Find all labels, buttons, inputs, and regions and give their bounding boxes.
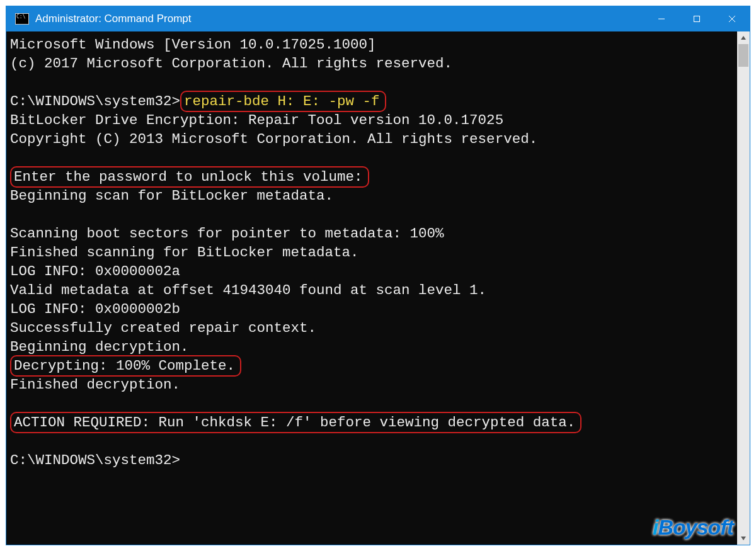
output-line: Finished scanning for BitLocker metadata… [10,244,359,261]
svg-rect-1 [694,16,700,22]
highlighted-decrypting: Decrypting: 100% Complete. [10,355,241,377]
output-line: Beginning scan for BitLocker metadata. [10,188,333,204]
output-line: Finished decryption. [10,377,180,393]
highlighted-command: repair-bde H: E: -pw -f [180,91,386,112]
output-line: Valid metadata at offset 41943040 found … [10,282,486,298]
output-line: (c) 2017 Microsoft Corporation. All righ… [10,55,452,72]
output-line: LOG INFO: 0x0000002a [10,263,180,280]
highlighted-password-prompt: Enter the password to unlock this volume… [10,166,369,188]
vertical-scrollbar[interactable] [737,31,750,545]
scroll-thumb[interactable] [738,44,748,67]
prompt-path: C:\WINDOWS\system32> [10,93,180,110]
scroll-up-icon[interactable] [737,31,750,44]
output-line: Scanning boot sectors for pointer to met… [10,225,444,242]
watermark-logo: iBoysoft [653,515,733,540]
command-prompt-window: C:\ Administrator: Command Prompt Micros… [6,6,750,545]
scroll-track[interactable] [737,44,750,532]
maximize-button[interactable] [679,6,714,31]
caption-buttons [644,6,750,31]
output-line: Successfully created repair context. [10,320,316,336]
prompt-path: C:\WINDOWS\system32> [10,452,180,469]
console-output[interactable]: Microsoft Windows [Version 10.0.17025.10… [6,31,737,545]
command-text: repair-bde H: E: -pw -f [184,93,380,110]
svg-marker-5 [741,537,746,540]
output-line: Microsoft Windows [Version 10.0.17025.10… [10,37,376,53]
cmd-icon: C:\ [15,13,29,25]
scroll-down-icon[interactable] [737,532,750,545]
client-area: Microsoft Windows [Version 10.0.17025.10… [6,31,750,545]
titlebar[interactable]: C:\ Administrator: Command Prompt [6,6,750,31]
output-line: Copyright (C) 2013 Microsoft Corporation… [10,131,537,147]
output-line: Beginning decryption. [10,339,189,355]
output-line: LOG INFO: 0x0000002b [10,301,180,317]
highlighted-action-required: ACTION REQUIRED: Run 'chkdsk E: /f' befo… [10,412,581,433]
minimize-button[interactable] [644,6,679,31]
close-button[interactable] [714,6,750,31]
window-title: Administrator: Command Prompt [35,13,644,25]
output-line: BitLocker Drive Encryption: Repair Tool … [10,112,503,128]
svg-marker-4 [741,36,746,40]
